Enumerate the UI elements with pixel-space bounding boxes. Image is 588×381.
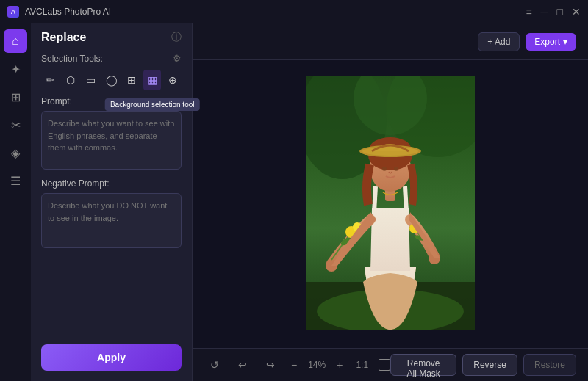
svg-line-7 xyxy=(405,186,406,212)
panel-header: Replace ⓘ xyxy=(31,23,192,50)
main-layout: ⌂ ✦ ⊞ ✂ ◈ ☰ Replace ⓘ Selection Tools: ⚙… xyxy=(0,23,588,381)
add-button[interactable]: + Add xyxy=(478,32,520,51)
panel-title: Replace xyxy=(41,31,86,44)
maximize-btn[interactable]: □ xyxy=(557,7,563,17)
apply-button[interactable]: Apply xyxy=(41,344,182,371)
svg-point-22 xyxy=(362,147,418,156)
tool-add[interactable]: ⊕ xyxy=(164,70,182,90)
negative-prompt-textarea[interactable] xyxy=(41,193,182,248)
close-btn[interactable]: ✕ xyxy=(572,7,581,17)
toolbar-right: Remove All Mask Reverse Restore xyxy=(390,354,576,376)
prompt-textarea[interactable] xyxy=(41,111,182,170)
svg-point-23 xyxy=(382,167,387,171)
tool-lasso[interactable]: ⬡ xyxy=(62,70,79,90)
prompts-section: Prompt: Negative Prompt: xyxy=(31,96,192,337)
sidebar-item-layers[interactable]: ☰ xyxy=(4,169,27,192)
restore-button[interactable]: Restore xyxy=(523,354,576,376)
icon-sidebar: ⌂ ✦ ⊞ ✂ ◈ ☰ xyxy=(0,23,31,381)
tool-background-selection[interactable]: ▦ Background selection tool xyxy=(143,70,161,90)
sidebar-item-cut[interactable]: ✂ xyxy=(4,113,27,137)
remove-all-mask-button[interactable]: Remove All Mask xyxy=(390,354,456,376)
sidebar-item-enhance[interactable]: ✦ xyxy=(4,57,27,81)
toolbar-left: ↺ ↩ ↪ − 14% + 1:1 xyxy=(204,355,390,375)
info-icon[interactable]: ⓘ xyxy=(171,31,182,44)
reverse-button[interactable]: Reverse xyxy=(462,354,517,376)
undo-btn[interactable]: ↩ xyxy=(232,355,253,375)
tool-pen[interactable]: ✏ xyxy=(41,70,59,90)
export-button[interactable]: Export ▾ xyxy=(526,33,576,51)
main-photo xyxy=(306,76,475,330)
rotate-left-btn[interactable]: ↺ xyxy=(204,355,225,375)
tool-circle[interactable]: ◯ xyxy=(103,70,121,90)
minimize-btn[interactable]: ─ xyxy=(541,7,548,17)
selection-tools-header: Selection Tools: ⚙ xyxy=(41,53,182,64)
tool-grid-select[interactable]: ⊞ xyxy=(123,70,140,90)
svg-point-24 xyxy=(394,167,398,171)
svg-line-6 xyxy=(374,186,376,212)
photo-container xyxy=(306,76,475,333)
zoom-section: − 14% + 1:1 xyxy=(288,358,390,372)
bottom-toolbar: ↺ ↩ ↪ − 14% + 1:1 Remove All Mask Revers… xyxy=(193,348,588,381)
selection-tools: Selection Tools: ⚙ ✏ ⬡ ▭ ◯ ⊞ ▦ Backgroun… xyxy=(31,50,192,96)
canvas-viewport[interactable] xyxy=(193,60,588,348)
app-title: AVCLabs PhotoPro AI xyxy=(25,7,111,17)
canvas-area: + Add Export ▾ xyxy=(193,23,588,381)
fit-to-screen-icon[interactable] xyxy=(379,359,390,371)
left-panel: Replace ⓘ Selection Tools: ⚙ ✏ ⬡ ▭ ◯ ⊞ ▦… xyxy=(31,23,193,381)
gear-icon[interactable]: ⚙ xyxy=(173,53,182,64)
prompt-label: Prompt: xyxy=(41,96,182,106)
canvas-header: + Add Export ▾ xyxy=(193,23,588,60)
redo-btn[interactable]: ↪ xyxy=(260,355,281,375)
zoom-in-btn[interactable]: + xyxy=(334,358,345,372)
export-label: Export xyxy=(534,37,560,47)
app-icon: A xyxy=(7,6,19,18)
negative-prompt-group: Negative Prompt: xyxy=(41,178,182,248)
export-chevron-icon: ▾ xyxy=(563,37,567,47)
header-actions: + Add Export ▾ xyxy=(478,32,576,51)
menu-btn[interactable]: ≡ xyxy=(526,7,531,17)
title-bar-left: A AVCLabs PhotoPro AI xyxy=(7,6,111,18)
sidebar-item-grid[interactable]: ⊞ xyxy=(4,85,27,109)
sidebar-item-home[interactable]: ⌂ xyxy=(4,29,27,53)
tools-row: ✏ ⬡ ▭ ◯ ⊞ ▦ Background selection tool ⊕ xyxy=(41,70,182,90)
tool-rectangle[interactable]: ▭ xyxy=(82,70,100,90)
negative-prompt-label: Negative Prompt: xyxy=(41,178,182,189)
prompt-group: Prompt: xyxy=(41,96,182,170)
zoom-out-btn[interactable]: − xyxy=(288,358,300,372)
zoom-level: 14% xyxy=(306,360,328,370)
title-bar: A AVCLabs PhotoPro AI ≡ ─ □ ✕ xyxy=(0,0,588,23)
window-controls: ≡ ─ □ ✕ xyxy=(526,7,581,17)
apply-section: Apply xyxy=(31,337,192,381)
sidebar-item-shape[interactable]: ◈ xyxy=(4,141,27,164)
selection-tools-label: Selection Tools: xyxy=(41,54,103,64)
zoom-preset-btn[interactable]: 1:1 xyxy=(351,358,373,371)
